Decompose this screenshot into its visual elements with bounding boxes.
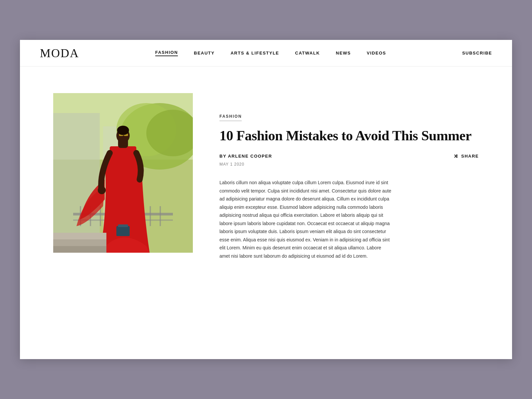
svg-point-27 xyxy=(117,126,129,135)
article-category: FASHION xyxy=(219,114,242,121)
svg-rect-31 xyxy=(53,239,106,246)
svg-rect-2 xyxy=(53,113,100,253)
svg-rect-17 xyxy=(160,206,161,226)
share-button[interactable]: ⤨ SHARE xyxy=(454,153,479,159)
nav-link-news[interactable]: NEWS xyxy=(336,51,351,56)
svg-rect-30 xyxy=(53,233,106,239)
svg-rect-29 xyxy=(118,224,128,227)
nav-link-arts[interactable]: ARTS & LIFESTYLE xyxy=(230,51,279,56)
article-info: FASHION 10 Fashion Mistakes to Avoid Thi… xyxy=(219,93,479,260)
nav-link-catwalk[interactable]: CATWALK xyxy=(295,51,320,56)
site-logo[interactable]: MODA xyxy=(40,46,79,60)
nav-link-videos[interactable]: VIDEOS xyxy=(367,51,386,56)
subscribe-button[interactable]: SUBSCRIBE xyxy=(462,51,492,56)
svg-rect-28 xyxy=(116,226,130,236)
nav-link-beauty[interactable]: BEAUTY xyxy=(194,51,214,56)
nav-links: FASHION BEAUTY ARTS & LIFESTYLE CATWALK … xyxy=(155,50,386,56)
share-icon: ⤨ xyxy=(454,153,459,159)
nav-link-fashion[interactable]: FASHION xyxy=(155,50,178,56)
share-label: SHARE xyxy=(461,154,479,159)
svg-point-21 xyxy=(98,186,106,194)
svg-rect-20 xyxy=(110,146,136,180)
browser-window: MODA FASHION BEAUTY ARTS & LIFESTYLE CAT… xyxy=(20,40,512,359)
article-title: 10 Fashion Mistakes to Avoid This Summer xyxy=(219,128,479,144)
article-date: MAY 1 2020 xyxy=(219,162,479,167)
svg-rect-16 xyxy=(150,206,151,226)
article-author: BY ARLENE COOPER xyxy=(219,154,272,159)
svg-rect-32 xyxy=(53,246,106,253)
main-content: FASHION 10 Fashion Mistakes to Avoid Thi… xyxy=(20,66,512,287)
article-image xyxy=(53,93,193,253)
article-body: Laboris cillum non aliqua voluptate culp… xyxy=(219,179,392,260)
main-nav: MODA FASHION BEAUTY ARTS & LIFESTYLE CAT… xyxy=(20,40,512,66)
article-meta: BY ARLENE COOPER ⤨ SHARE xyxy=(219,153,479,159)
article-image-container xyxy=(53,93,193,253)
